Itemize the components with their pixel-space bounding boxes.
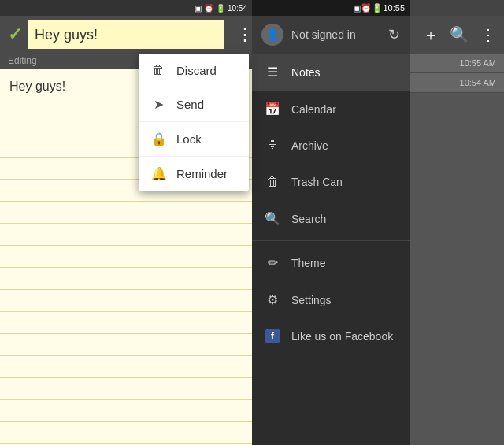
trash-icon: 🗑 (265, 175, 280, 189)
calendar-icon: 📅 (265, 102, 280, 117)
dropdown-item-send[interactable]: ➤ Send (139, 87, 249, 122)
drawer-header: 👤 Not signed in ↻ (252, 16, 410, 54)
status-bar-left: ▣ ⏰ 🔋 10:54 (0, 0, 252, 16)
alarm-icon: ⏰ (204, 4, 213, 13)
discard-icon: 🗑 (151, 63, 165, 77)
status-bar-right: ▣ ⏰ 🔋 10:55 (252, 0, 410, 16)
settings-icon: ⚙ (265, 292, 280, 307)
time-right: 10:55 (383, 3, 405, 13)
dropdown-item-lock[interactable]: 🔒 Lock (139, 122, 249, 157)
refresh-icon[interactable]: ↻ (388, 26, 400, 43)
lock-label: Lock (176, 132, 202, 146)
list-item[interactable]: 10:55 AM (410, 54, 504, 73)
sidebar-item-calendar[interactable]: 📅 Calendar (252, 91, 410, 128)
sidebar-item-facebook[interactable]: f Like us on Facebook (252, 318, 410, 354)
archive-icon: 🗄 (265, 139, 280, 153)
sidebar-item-theme[interactable]: ✏ Theme (252, 244, 410, 281)
note-title-input[interactable] (28, 20, 224, 49)
notes-list-panel: ＋ 🔍 ⋮ 10:55 AM 10:54 AM (410, 0, 504, 445)
signal-icon-right: ▣ (353, 3, 361, 13)
notes-list-statusbar (410, 0, 504, 16)
status-icons-left: ▣ ⏰ 🔋 10:54 (195, 4, 247, 13)
sidebar-item-archive[interactable]: 🗄 Archive (252, 128, 410, 164)
nav-divider (252, 240, 410, 241)
search-icon: 🔍 (265, 211, 280, 226)
theme-label: Theme (291, 257, 326, 269)
notes-list-toolbar: ＋ 🔍 ⋮ (410, 16, 504, 54)
battery-icon-right: 🔋 (372, 3, 383, 13)
notes-icon: ☰ (265, 65, 280, 80)
more-options-icon[interactable]: ⋮ (236, 24, 254, 45)
dropdown-item-reminder[interactable]: 🔔 Reminder (139, 157, 249, 191)
list-item[interactable]: 10:54 AM (410, 73, 504, 93)
signal-icon: ▣ (195, 4, 202, 13)
drawer-nav: ☰ Notes 📅 Calendar 🗄 Archive 🗑 Trash Can… (252, 54, 410, 445)
add-note-icon[interactable]: ＋ (423, 24, 439, 46)
right-panel: ▣ ⏰ 🔋 10:55 👤 Not signed in ↻ ☰ Notes 📅 … (252, 0, 504, 445)
left-panel: ▣ ⏰ 🔋 10:54 ✓ ⋮ Editing Hey guys! 🗑 (0, 0, 252, 445)
theme-icon: ✏ (265, 255, 280, 270)
calendar-label: Calendar (291, 103, 336, 116)
note-time-2: 10:54 AM (460, 78, 496, 87)
facebook-label: Like us on Facebook (291, 330, 393, 343)
settings-label: Settings (291, 294, 332, 306)
trash-label: Trash Can (291, 176, 343, 188)
notes-list-content: 10:55 AM 10:54 AM (410, 54, 504, 445)
archive-label: Archive (291, 139, 328, 152)
user-label: Not signed in (291, 28, 380, 41)
toolbar-left: ✓ ⋮ (0, 16, 252, 54)
sidebar-item-trash[interactable]: 🗑 Trash Can (252, 164, 410, 200)
dropdown-item-discard[interactable]: 🗑 Discard (139, 54, 249, 87)
sidebar-item-notes[interactable]: ☰ Notes (252, 54, 410, 91)
notes-search-icon[interactable]: 🔍 (450, 25, 469, 44)
navigation-drawer: ▣ ⏰ 🔋 10:55 👤 Not signed in ↻ ☰ Notes 📅 … (252, 0, 410, 445)
notes-more-icon[interactable]: ⋮ (480, 25, 496, 44)
reminder-icon: 🔔 (151, 166, 165, 181)
avatar: 👤 (261, 24, 284, 46)
notes-label: Notes (291, 66, 321, 79)
alarm-icon-right: ⏰ (361, 3, 372, 13)
reminder-label: Reminder (176, 167, 228, 180)
facebook-icon: f (265, 329, 280, 343)
sidebar-item-settings[interactable]: ⚙ Settings (252, 281, 410, 318)
lock-icon: 🔒 (151, 132, 165, 146)
battery-icon: 🔋 (216, 4, 225, 13)
search-label: Search (291, 213, 326, 225)
discard-label: Discard (176, 64, 217, 77)
dropdown-menu: 🗑 Discard ➤ Send 🔒 Lock 🔔 Reminder (139, 54, 249, 191)
time-left: 10:54 (228, 4, 247, 13)
check-icon[interactable]: ✓ (8, 24, 22, 45)
sidebar-item-search[interactable]: 🔍 Search (252, 200, 410, 237)
send-label: Send (176, 98, 204, 111)
note-time-1: 10:55 AM (460, 58, 496, 68)
send-icon: ➤ (151, 97, 165, 112)
